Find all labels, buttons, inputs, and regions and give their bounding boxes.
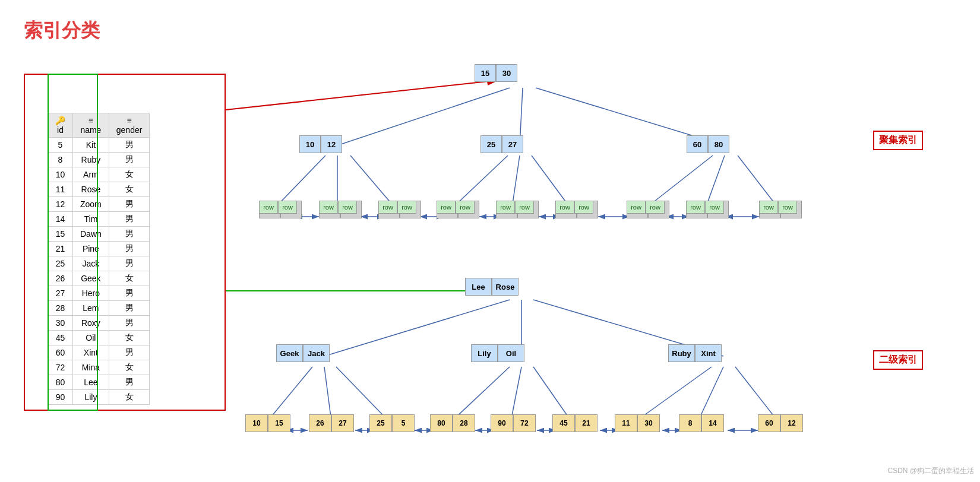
root-cell-30: 30	[496, 64, 517, 82]
table-row: 15Dawn男	[48, 227, 150, 242]
svg-line-14	[532, 156, 570, 208]
table-row: 27Hero男	[48, 286, 150, 301]
table-row: 21Pine男	[48, 242, 150, 256]
svg-line-29	[267, 367, 312, 421]
svg-line-33	[511, 367, 521, 421]
col-name: ≡ name	[73, 113, 109, 138]
table-row: 12Zoom男	[48, 197, 150, 212]
svg-line-13	[512, 156, 520, 208]
svg-line-15	[646, 156, 713, 208]
svg-line-16	[706, 156, 725, 208]
svg-line-30	[324, 367, 331, 421]
secondary-label: 二级索引	[873, 350, 923, 370]
svg-line-37	[735, 367, 778, 421]
table-row: 60Xint男	[48, 345, 150, 360]
table-row: 30Roxy男	[48, 316, 150, 331]
watermark: CSDN @狗二蛋的幸福生活	[887, 466, 974, 476]
table-row: 72Mina女	[48, 360, 150, 375]
svg-line-31	[336, 367, 389, 421]
svg-line-35	[636, 367, 712, 421]
table-row: 90Lily女	[48, 390, 150, 405]
table-row: 26Geek女	[48, 271, 150, 286]
svg-line-36	[698, 367, 723, 421]
col-id: 🔑 id	[48, 113, 73, 138]
table-row: 8Ruby男	[48, 153, 150, 167]
svg-line-12	[453, 156, 508, 208]
table-row: 10Arm女	[48, 167, 150, 182]
table-row: 5Kit男	[48, 138, 150, 153]
page-title: 索引分类	[24, 18, 100, 44]
table-row: 25Jack男	[48, 256, 150, 271]
table-row: 14Tim男	[48, 212, 150, 227]
svg-line-17	[738, 156, 778, 208]
svg-line-32	[451, 367, 510, 421]
svg-line-4	[226, 80, 499, 110]
col-gender: ≡ gender	[109, 113, 150, 138]
clustered-label: 聚集索引	[873, 131, 923, 150]
data-table: 🔑 id ≡ name ≡ gender 5Kit男8Ruby男10Arm女11…	[48, 113, 150, 405]
table-row: 45Oil女	[48, 331, 150, 345]
root-cell-15: 15	[475, 64, 496, 82]
table-row: 11Rose女	[48, 182, 150, 197]
svg-line-34	[533, 367, 571, 421]
svg-line-11	[350, 156, 395, 208]
svg-line-9	[275, 156, 325, 208]
table-row: 28Lem男	[48, 301, 150, 316]
table-row: 80Lee男	[48, 375, 150, 390]
